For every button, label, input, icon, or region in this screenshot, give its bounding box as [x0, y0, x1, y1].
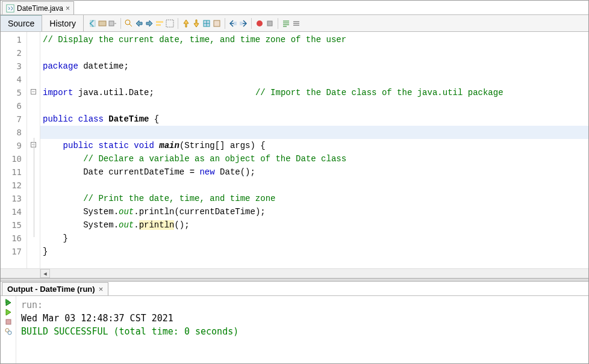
macro-rec-icon[interactable]	[255, 19, 264, 28]
svg-rect-9	[214, 20, 220, 26]
fold-toggle-icon[interactable]: −	[31, 89, 36, 94]
uncomment-icon[interactable]	[291, 19, 301, 28]
svg-rect-7	[166, 20, 173, 27]
shift-left-icon[interactable]	[228, 19, 238, 28]
separator	[225, 18, 225, 29]
toggle-hl-icon[interactable]	[155, 19, 164, 28]
editor-toolbar	[84, 18, 301, 29]
output-line: Wed Mar 03 12:48:37 CST 2021	[21, 312, 584, 325]
output-gutter	[1, 296, 16, 363]
nav-back-icon[interactable]	[87, 19, 97, 28]
cursor-line[interactable]	[40, 126, 588, 139]
output-tab-close[interactable]: ×	[99, 285, 104, 294]
output-text[interactable]: run: Wed Mar 03 12:48:37 CST 2021 BUILD …	[16, 296, 588, 363]
separator	[120, 18, 121, 29]
svg-rect-11	[240, 22, 243, 25]
prev-bookmark-icon[interactable]	[181, 19, 191, 28]
output-tab-bar: Output - DateTime (run) ×	[1, 282, 588, 296]
svg-rect-14	[6, 319, 11, 324]
file-tab-bar: DateTime.java ×	[1, 1, 588, 15]
svg-rect-0	[7, 4, 14, 11]
separator	[278, 18, 278, 29]
settings-icon[interactable]	[4, 327, 13, 336]
shift-right-icon[interactable]	[238, 19, 248, 28]
tab-history[interactable]: History	[42, 15, 84, 31]
toggle-rect-icon[interactable]	[165, 19, 175, 28]
svg-point-12	[257, 20, 263, 26]
svg-point-4	[125, 20, 130, 25]
output-tab-label: Output - DateTime (run)	[7, 285, 95, 294]
horizontal-scrollbar[interactable]: ◄	[1, 268, 588, 278]
file-tab-close[interactable]: ×	[66, 4, 70, 13]
tab-source[interactable]: Source	[1, 15, 42, 31]
run2-icon[interactable]	[4, 308, 13, 316]
toggle-bookmark-icon[interactable]	[202, 19, 211, 28]
svg-rect-10	[234, 22, 237, 25]
code-editor[interactable]: 1234567891011121314151617 − − // Display…	[1, 32, 588, 268]
output-panel: Output - DateTime (run) × run: Wed Mar 0…	[1, 282, 588, 363]
svg-rect-5	[156, 21, 163, 23]
output-line: BUILD SUCCESSFUL (total time: 0 seconds)	[21, 325, 584, 338]
scroll-left-icon[interactable]: ◄	[40, 269, 50, 278]
svg-rect-6	[156, 24, 161, 26]
fold-gutter: − −	[27, 32, 40, 268]
macro-stop-icon[interactable]	[265, 19, 275, 28]
svg-rect-1	[90, 20, 95, 26]
file-tab[interactable]: DateTime.java ×	[2, 1, 74, 14]
svg-rect-3	[109, 21, 114, 26]
line-number-gutter: 1234567891011121314151617	[1, 32, 27, 268]
java-file-icon	[6, 4, 14, 13]
code-area[interactable]: // Display the current date, time, and t…	[40, 32, 588, 268]
find-next-icon[interactable]	[145, 19, 154, 28]
find-sel-icon[interactable]	[124, 19, 134, 28]
file-tab-label: DateTime.java	[17, 4, 63, 13]
last-edit-icon[interactable]	[108, 19, 117, 28]
nav-fwd-icon[interactable]	[98, 19, 107, 28]
separator	[251, 18, 252, 29]
svg-rect-2	[99, 21, 106, 26]
editor-toolbar-row: Source History	[1, 15, 588, 32]
find-prev-icon[interactable]	[134, 19, 144, 28]
output-line: run:	[21, 298, 584, 312]
separator	[178, 18, 178, 29]
comment-icon[interactable]	[281, 19, 291, 28]
stop-icon[interactable]	[4, 318, 13, 326]
output-tab[interactable]: Output - DateTime (run) ×	[2, 282, 108, 295]
generic-icon[interactable]	[212, 19, 222, 28]
svg-point-16	[8, 331, 11, 335]
svg-rect-13	[267, 21, 272, 26]
run-icon[interactable]	[4, 298, 13, 307]
next-bookmark-icon[interactable]	[192, 19, 201, 28]
